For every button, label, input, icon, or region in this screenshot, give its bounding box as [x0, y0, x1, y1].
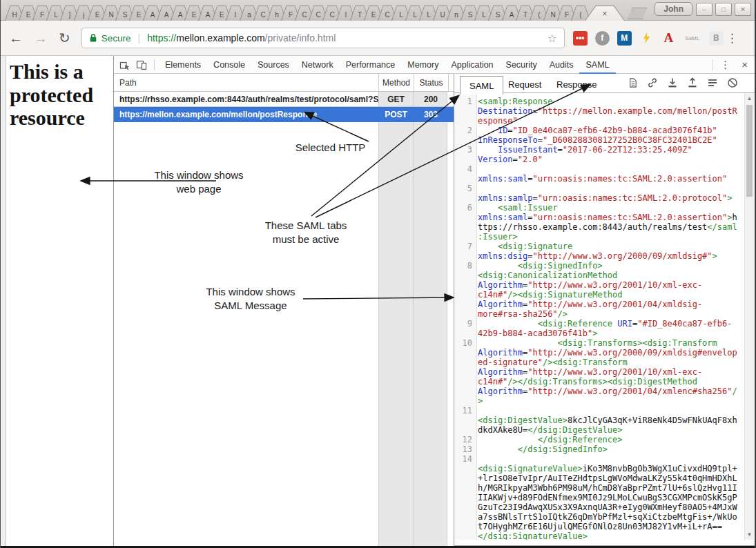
url-text[interactable]: https://mellon.example.com/private/info.…	[147, 32, 336, 43]
m-extension-icon[interactable]: M	[617, 31, 632, 46]
lightning-extension-icon[interactable]	[639, 31, 654, 46]
devtools-close-icon[interactable]: ×	[742, 59, 748, 70]
xml-line: 3 IssueInstant="2017-06-22T12:33:25.409Z…	[454, 145, 744, 164]
a-extension-icon[interactable]: A	[661, 31, 676, 46]
url-scheme: https://	[147, 32, 176, 43]
devtools-tab-application[interactable]: Application	[445, 56, 499, 74]
reload-icon[interactable]: ↻	[59, 31, 70, 45]
xml-line-content: <dsig:SignedInfo> <dsig:Canonicalization…	[478, 261, 738, 319]
status-cell: 200	[414, 92, 448, 106]
secure-label: Secure	[101, 33, 131, 43]
profile-button[interactable]: John	[655, 2, 692, 16]
tab-response[interactable]: Response	[556, 76, 597, 93]
browser-toolbar: ← → ↻ Secure | https://mellon.example.co…	[1, 21, 755, 56]
line-number: 2	[454, 126, 478, 145]
url-path: /private/info.html	[265, 32, 336, 43]
inspect-element-icon[interactable]	[119, 59, 130, 70]
devtools-right-controls: ⋮ ×	[713, 59, 755, 70]
xml-line: 4 xmlns:saml="urn:oasis:names:tc:SAML:2.…	[454, 164, 744, 184]
lines-icon[interactable]	[707, 77, 718, 88]
xml-line-content: IssueInstant="2017-06-22T12:33:25.409Z" …	[478, 145, 738, 164]
page-heading: This is a protected resource	[1, 56, 113, 130]
column-header-method[interactable]: Method	[378, 74, 414, 91]
line-number: 5	[454, 184, 478, 203]
xml-line-content: ID="ID_8e40ca87-efb6-42b9-b884-acad3076f…	[478, 126, 738, 145]
back-icon[interactable]: ←	[9, 31, 23, 45]
link-icon[interactable]	[647, 77, 658, 88]
path-cell: https://rhsso.example.com:8443/auth/real…	[114, 92, 378, 106]
title-bar: HEFL]jENSEAAAEAEIaChFCCCITECLLLUnSLSAT(N…	[1, 0, 755, 21]
devtools-tabs: ElementsConsoleSourcesNetworkPerformance…	[159, 56, 616, 73]
device-toolbar-icon[interactable]	[136, 59, 147, 70]
url-host: mellon.example.com	[176, 32, 264, 43]
maximize-button[interactable]: □	[715, 3, 732, 16]
new-tab-button[interactable]	[628, 8, 647, 19]
line-number: 11	[454, 406, 478, 435]
line-number: 9	[454, 319, 478, 338]
scrollbar-thumb[interactable]	[746, 105, 753, 197]
xml-line: 10 <dsig:Transforms><dsig:Transform Algo…	[454, 338, 744, 406]
saml-message-view[interactable]: 1<samlp:Response Destination="https://me…	[454, 93, 744, 540]
network-requests-pane: Path Method Status https://rhsso.example…	[114, 74, 454, 546]
minimize-button[interactable]: –	[696, 3, 713, 16]
column-header-extra	[448, 74, 454, 91]
download-icon[interactable]	[667, 77, 678, 88]
browser-menu-icon[interactable]: ⋮	[726, 31, 738, 46]
document-icon[interactable]	[628, 77, 638, 88]
devtools-tab-memory[interactable]: Memory	[401, 56, 445, 74]
close-tab-icon[interactable]: ×	[585, 6, 624, 21]
xml-line-content: <saml:Issuer xmlns:saml="urn:oasis:names…	[478, 203, 738, 242]
xml-line: 8 <dsig:SignedInfo> <dsig:Canonicalizati…	[454, 261, 744, 319]
xml-line: 12 </dsig:Reference>	[454, 435, 744, 444]
devtools-tab-network[interactable]: Network	[295, 56, 340, 74]
devtools-tab-elements[interactable]: Elements	[159, 56, 207, 74]
devtools-tab-audits[interactable]: Audits	[543, 56, 580, 74]
line-number: 1	[454, 97, 478, 126]
close-window-button[interactable]: ✕	[735, 3, 751, 16]
devtools-tab-security[interactable]: Security	[500, 56, 543, 74]
status-cell: 303	[414, 107, 448, 121]
line-number: 4	[454, 164, 478, 184]
address-bar[interactable]: Secure | https://mellon.example.com/priv…	[81, 28, 565, 48]
devtools-tab-saml[interactable]: SAML	[579, 56, 615, 74]
xml-line-content: <dsig:DigestValue>8kcJlCyGA3qK+ViR8eNk4D…	[478, 406, 738, 435]
column-header-path[interactable]: Path	[114, 74, 378, 91]
line-number: 14	[454, 454, 478, 540]
devtools-tab-console[interactable]: Console	[207, 56, 251, 74]
scroll-down-icon[interactable]: ▼	[745, 531, 754, 538]
b-extension-icon[interactable]: B	[709, 31, 724, 46]
bookmark-star-icon[interactable]: ☆	[547, 32, 556, 45]
status-column-band	[413, 92, 447, 546]
xml-line-content: <dsig:Reference URI="#ID_8e40ca87-efb6-4…	[478, 319, 738, 338]
saml-tab-row: SAML Request Response	[454, 74, 755, 93]
xml-line: 11 <dsig:DigestValue>8kcJlCyGA3qK+ViR8eN…	[454, 406, 744, 435]
method-cell: POST	[378, 107, 414, 121]
devtools-tab-performance[interactable]: Performance	[340, 56, 402, 74]
saml-tracer-extension-icon[interactable]: SaML	[684, 31, 701, 46]
xml-line-content: <dsig:SignatureValue>iKo3M8nvbBgOb3WgX1u…	[478, 454, 738, 540]
active-browser-tab[interactable]: ×	[585, 6, 625, 21]
tab-saml[interactable]: SAML	[460, 76, 503, 95]
xml-line: 14 <dsig:SignatureValue>iKo3M8nvbBgOb3Wg…	[454, 454, 744, 540]
scroll-up-icon[interactable]: ▲	[745, 95, 754, 101]
devtools-tab-sources[interactable]: Sources	[251, 56, 295, 74]
line-number: 10	[454, 338, 478, 406]
column-header-status[interactable]: Status	[414, 74, 448, 91]
network-request-row[interactable]: https://mellon.example.com/mellon/postRe…	[114, 107, 454, 122]
network-request-row[interactable]: https://rhsso.example.com:8443/auth/real…	[114, 92, 454, 107]
password-manager-extension-icon[interactable]: •••	[573, 31, 588, 46]
upload-icon[interactable]	[687, 77, 698, 88]
devtools-menu-icon[interactable]: ⋮	[720, 59, 730, 71]
vertical-scrollbar[interactable]: ▲ ▼	[744, 93, 754, 540]
block-icon[interactable]	[727, 77, 738, 88]
web-page-content: This is a protected resource	[1, 56, 113, 546]
xml-line: 13 </dsig:SignedInfo>	[454, 444, 744, 454]
window-controls: – □ ✕	[696, 3, 751, 16]
browser-tab-strip: HEFL]jENSEAAAEAEIaChFCCCITECLLLUnSLSAT(N…	[5, 6, 647, 21]
tab-request[interactable]: Request	[508, 76, 541, 93]
line-number: 6	[454, 203, 478, 242]
path-cell: https://mellon.example.com/mellon/postRe…	[114, 107, 378, 121]
page-left-strip	[1, 56, 6, 546]
line-number: 12	[454, 435, 478, 444]
fedora-extension-icon[interactable]: f	[595, 31, 610, 46]
